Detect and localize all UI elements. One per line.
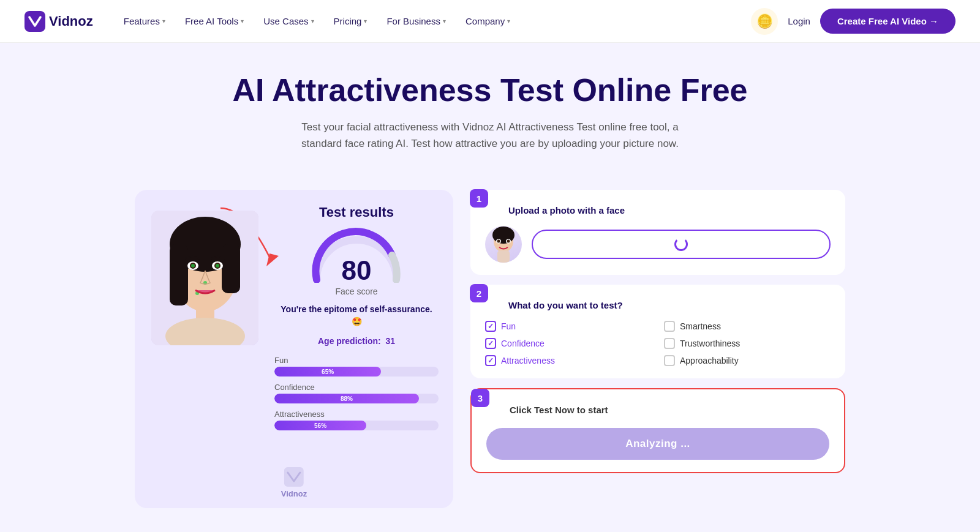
hero-section: AI Attractiveness Test Online Free Test …	[0, 43, 980, 190]
checkbox-trustworthiness[interactable]: Trustworthiness	[664, 338, 831, 349]
step3-badge: 3	[471, 389, 489, 407]
svg-point-19	[492, 227, 514, 244]
nav-link-company[interactable]: Company▾	[457, 11, 519, 31]
checkbox-smartness[interactable]: Smartness	[664, 321, 831, 332]
svg-rect-0	[24, 11, 45, 32]
main-content: Vidnoz Test results 80 Face score You're…	[123, 190, 858, 532]
face-photo	[151, 211, 258, 345]
gauge-score: 80	[342, 257, 372, 284]
hero-title: AI Attractiveness Test Online Free	[24, 72, 956, 109]
navbar: Vidnoz Features▾Free AI Tools▾Use Cases▾…	[0, 0, 980, 43]
svg-rect-6	[222, 244, 240, 293]
age-prediction: Age prediction: 31	[318, 336, 395, 346]
checkbox-approachability[interactable]: Approachability	[664, 355, 831, 366]
nav-link-for-business[interactable]: For Business▾	[378, 11, 454, 31]
svg-point-14	[216, 264, 219, 268]
nav-link-free-ai-tools[interactable]: Free AI Tools▾	[176, 11, 252, 31]
gauge-chart: 80	[307, 228, 405, 283]
upload-row	[485, 226, 831, 263]
step2-title: What do you want to test?	[508, 297, 831, 313]
right-panel: 1 Upload a photo with a face	[470, 190, 845, 473]
bar-attractiveness: Attractiveness 56%	[274, 410, 439, 430]
checkbox-grid: ✓ Fun Smartness ✓ Confidence Trustworthi…	[485, 321, 831, 366]
svg-rect-5	[170, 244, 188, 305]
checkbox-confidence[interactable]: ✓ Confidence	[485, 338, 652, 349]
bars-section: Fun 65% Confidence 88% Attractiveness 56…	[274, 356, 439, 436]
bar-confidence: Confidence 88%	[274, 383, 439, 403]
hero-subtitle: Test your facial attractiveness with Vid…	[282, 119, 698, 152]
step1-badge: 1	[470, 189, 488, 208]
loading-spinner	[674, 238, 688, 251]
step1-card: 1 Upload a photo with a face	[470, 190, 845, 275]
results-title: Test results	[319, 204, 394, 220]
nav-link-features[interactable]: Features▾	[115, 11, 174, 31]
svg-rect-20	[497, 250, 510, 263]
nav-right: 🪙 Login Create Free AI Video →	[751, 8, 956, 35]
svg-point-13	[191, 264, 195, 268]
nav-links: Features▾Free AI Tools▾Use Cases▾Pricing…	[115, 11, 752, 31]
login-button[interactable]: Login	[788, 16, 810, 26]
step2-badge: 2	[470, 284, 488, 302]
epitome-text: You're the epitome of self-assurance. 🤩	[274, 304, 439, 328]
step3-title: Click Test Now to start	[510, 402, 829, 418]
face-photo-container: Vidnoz	[149, 204, 260, 493]
bar-fun: Fun 65%	[274, 356, 439, 377]
svg-rect-17	[284, 467, 304, 487]
svg-point-23	[497, 240, 500, 243]
nav-link-use-cases[interactable]: Use Cases▾	[255, 11, 322, 31]
create-video-button[interactable]: Create Free AI Video →	[820, 9, 956, 34]
logo[interactable]: Vidnoz	[24, 11, 93, 32]
face-score-label: Face score	[335, 287, 377, 296]
svg-point-24	[507, 240, 510, 243]
age-label: Age prediction:	[318, 336, 381, 346]
coin-button[interactable]: 🪙	[751, 8, 778, 35]
results-left-card: Vidnoz Test results 80 Face score You're…	[135, 190, 453, 508]
upload-avatar	[485, 226, 522, 263]
analyzing-button[interactable]: Analyzing ...	[486, 428, 829, 460]
checkbox-fun[interactable]: ✓ Fun	[485, 321, 652, 332]
nav-link-pricing[interactable]: Pricing▾	[325, 11, 376, 31]
age-value: 31	[385, 336, 395, 346]
step2-card: 2 What do you want to test? ✓ Fun Smartn…	[470, 285, 845, 378]
checkbox-attractiveness[interactable]: ✓ Attractiveness	[485, 355, 652, 366]
vidnoz-watermark: Vidnoz	[281, 467, 307, 498]
step3-card: 3 Click Test Now to start Analyzing ...	[470, 388, 845, 473]
step1-title: Upload a photo with a face	[508, 202, 831, 219]
upload-input[interactable]	[532, 230, 831, 259]
test-results: Test results 80 Face score You're the ep…	[274, 204, 439, 493]
